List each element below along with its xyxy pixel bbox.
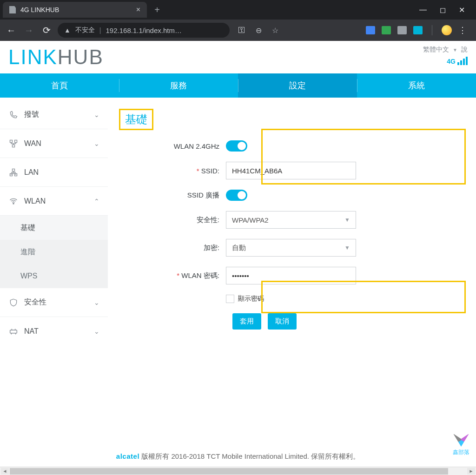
new-tab-button[interactable]: + bbox=[151, 3, 164, 16]
profile-avatar-icon[interactable] bbox=[442, 25, 452, 35]
insecure-label: 不安全 bbox=[75, 26, 95, 34]
show-password-checkbox[interactable] bbox=[226, 295, 234, 303]
ssid-input[interactable] bbox=[226, 162, 356, 179]
chevron-down-icon: ⌄ bbox=[94, 299, 99, 306]
scrollbar-thumb[interactable] bbox=[10, 468, 448, 475]
file-icon bbox=[9, 6, 16, 13]
back-icon[interactable]: ← bbox=[5, 25, 18, 36]
section-title: 基礎 bbox=[125, 112, 147, 127]
scroll-left-icon[interactable]: ◄ bbox=[1, 468, 9, 475]
chevron-up-icon: ⌃ bbox=[94, 198, 99, 205]
wlan24-toggle[interactable] bbox=[226, 140, 247, 152]
nav-settings[interactable]: 設定 bbox=[238, 73, 357, 98]
cancel-button[interactable]: 取消 bbox=[268, 313, 297, 330]
forward-icon[interactable]: → bbox=[22, 25, 35, 36]
wlan24-label: WLAN 2.4GHz bbox=[152, 142, 226, 150]
separator: | bbox=[99, 26, 101, 34]
ssid-broadcast-toggle[interactable] bbox=[226, 190, 247, 201]
svg-rect-0 bbox=[10, 140, 13, 142]
password-label: WLAN 密碼: bbox=[152, 271, 226, 280]
browser-toolbar: ← → ⟳ ▲ 不安全 | 192.168.1.1/index.htm… ⚿ ⊖… bbox=[0, 20, 476, 41]
svg-rect-3 bbox=[13, 169, 15, 171]
sidebar-item-label: 安全性 bbox=[24, 297, 46, 307]
nav-home[interactable]: 首頁 bbox=[0, 73, 119, 98]
chevron-down-icon: ▼ bbox=[344, 244, 350, 251]
zoom-icon[interactable]: ⊖ bbox=[254, 26, 263, 35]
chevron-down-icon: ▼ bbox=[344, 217, 350, 223]
sidebar-item-wan[interactable]: WAN ⌄ bbox=[0, 129, 108, 158]
sidebar-item-nat[interactable]: NAT ⌄ bbox=[0, 317, 108, 346]
sidebar-item-lan[interactable]: LAN bbox=[0, 158, 108, 187]
top-nav: 首頁 服務 設定 系統 bbox=[0, 73, 476, 98]
sidebar-item-dial[interactable]: 撥號 ⌄ bbox=[0, 100, 108, 129]
reload-icon[interactable]: ⟳ bbox=[40, 25, 53, 36]
logo-part1: LINK bbox=[8, 46, 58, 68]
section-title-highlight: 基礎 bbox=[119, 109, 153, 130]
scroll-right-icon[interactable]: ► bbox=[467, 468, 475, 475]
sidebar-sub-wlan-advanced[interactable]: 進階 bbox=[0, 240, 108, 264]
menu-icon[interactable]: ⋮ bbox=[458, 25, 467, 35]
sidebar-item-label: WLAN bbox=[24, 197, 46, 205]
ssid-label: SSID: bbox=[152, 167, 226, 175]
window-minimize-icon[interactable]: — bbox=[419, 6, 427, 14]
insecure-icon: ▲ bbox=[64, 26, 71, 34]
watermark: 鑫部落 bbox=[453, 434, 469, 456]
lan-icon bbox=[8, 167, 19, 178]
sidebar: 撥號 ⌄ WAN ⌄ LAN WLAN ⌃ bbox=[0, 98, 108, 346]
apply-button[interactable]: 套用 bbox=[232, 313, 261, 330]
toolbar-separator bbox=[432, 25, 432, 35]
language-selector[interactable]: 繁體中文 bbox=[423, 46, 449, 54]
sidebar-item-wlan[interactable]: WLAN ⌃ bbox=[0, 187, 108, 216]
sidebar-sub-wlan-basic[interactable]: 基礎 bbox=[0, 216, 108, 240]
chevron-down-icon: ⌄ bbox=[94, 328, 99, 335]
chevron-down-icon: ⌄ bbox=[94, 111, 99, 119]
phone-icon bbox=[8, 110, 19, 120]
tab-title: 4G LINKHUB bbox=[20, 6, 132, 13]
browser-tab-strip: 4G LINKHUB × + — ◻ ✕ bbox=[0, 0, 476, 20]
signal-label: 4G bbox=[447, 58, 456, 65]
chevron-down-icon: ⌄ bbox=[94, 140, 99, 147]
security-select[interactable]: WPA/WPA2 ▼ bbox=[226, 211, 356, 229]
extension-icon-3[interactable] bbox=[397, 26, 407, 34]
sidebar-item-label: WAN bbox=[24, 139, 41, 148]
wan-icon bbox=[8, 139, 19, 149]
extension-icon-4[interactable] bbox=[413, 26, 423, 34]
address-bar[interactable]: ▲ 不安全 | 192.168.1.1/index.htm… bbox=[58, 23, 230, 38]
extension-icon-1[interactable] bbox=[366, 26, 375, 34]
horizontal-scrollbar[interactable]: ◄ ► bbox=[0, 467, 476, 475]
main-content: 基礎 WLAN 2.4GHz SSID: SSID bbox=[108, 98, 476, 346]
footer-brand: alcatel bbox=[116, 452, 139, 460]
password-input[interactable] bbox=[226, 267, 356, 284]
close-icon[interactable]: × bbox=[136, 6, 140, 14]
help-link[interactable]: 說 bbox=[461, 46, 468, 54]
sidebar-sub-wlan-wps[interactable]: WPS bbox=[0, 264, 108, 288]
nat-icon bbox=[8, 326, 19, 336]
encryption-label: 加密: bbox=[152, 244, 226, 252]
encryption-select[interactable]: 自動 ▼ bbox=[226, 239, 356, 257]
window-close-icon[interactable]: ✕ bbox=[459, 6, 465, 14]
extension-icon-2[interactable] bbox=[382, 26, 391, 34]
svg-rect-1 bbox=[15, 140, 17, 142]
sidebar-item-label: LAN bbox=[24, 168, 39, 177]
chevron-down-icon[interactable]: ▼ bbox=[453, 47, 457, 53]
sidebar-item-security[interactable]: 安全性 ⌄ bbox=[0, 288, 108, 317]
window-maximize-icon[interactable]: ◻ bbox=[440, 6, 446, 14]
star-icon[interactable]: ☆ bbox=[271, 26, 280, 35]
show-password-label: 顯示密碼 bbox=[238, 295, 264, 303]
signal-indicator: 4G bbox=[447, 57, 468, 65]
key-icon[interactable]: ⚿ bbox=[237, 26, 246, 35]
watermark-icon bbox=[453, 434, 469, 447]
signal-bars-icon bbox=[457, 57, 468, 65]
nav-services[interactable]: 服務 bbox=[119, 73, 238, 98]
nav-system[interactable]: 系統 bbox=[357, 73, 476, 98]
browser-tab[interactable]: 4G LINKHUB × bbox=[3, 2, 147, 18]
sidebar-item-label: NAT bbox=[24, 327, 39, 336]
logo-part2: HUB bbox=[58, 46, 104, 68]
footer-copyright: 版權所有 2016-2018 TCT Mobile International … bbox=[141, 452, 360, 460]
footer: alcatel 版權所有 2016-2018 TCT Mobile Intern… bbox=[0, 452, 476, 461]
ssid-broadcast-label: SSID 廣播 bbox=[152, 191, 226, 200]
url-text: 192.168.1.1/index.htm… bbox=[106, 26, 182, 34]
svg-rect-7 bbox=[10, 330, 17, 333]
security-value: WPA/WPA2 bbox=[232, 216, 269, 224]
scrollbar-track[interactable] bbox=[10, 468, 466, 475]
